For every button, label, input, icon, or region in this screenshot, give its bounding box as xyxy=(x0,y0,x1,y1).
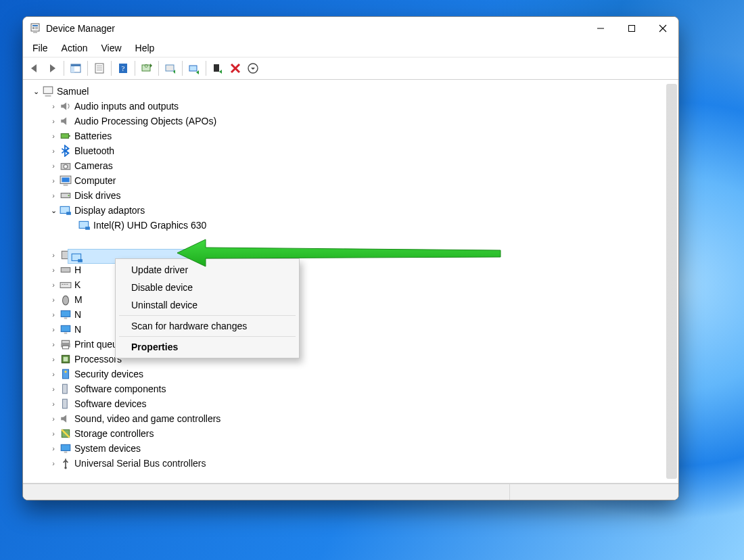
svg-rect-49 xyxy=(66,284,68,285)
close-button[interactable] xyxy=(647,18,678,39)
chevron-right-icon[interactable]: › xyxy=(49,415,58,423)
tree-category-label: M xyxy=(74,294,83,305)
hid-icon xyxy=(60,264,72,275)
tree-category[interactable]: ›Sound, video and game controllers xyxy=(28,411,672,426)
svg-rect-7 xyxy=(629,25,635,31)
tree-category[interactable]: › Computer xyxy=(28,173,672,188)
svg-rect-27 xyxy=(43,87,53,93)
tree-category-label: Bluetooth xyxy=(74,145,114,156)
svg-rect-3 xyxy=(35,27,38,28)
chevron-right-icon[interactable]: › xyxy=(49,251,58,259)
context-menu-update-driver[interactable]: Update driver xyxy=(116,261,298,279)
svg-rect-65 xyxy=(61,444,70,450)
chevron-right-icon[interactable]: › xyxy=(49,370,58,378)
battery-icon xyxy=(60,131,72,141)
tree-category-label: Batteries xyxy=(74,131,112,141)
tree-category[interactable]: ›Universal Serial Bus controllers xyxy=(28,456,672,471)
show-console-tree-button[interactable] xyxy=(67,60,85,77)
minimize-button[interactable] xyxy=(585,18,616,39)
window-controls xyxy=(585,18,678,39)
forward-button[interactable] xyxy=(43,60,61,77)
tree-category[interactable]: › Disk drives xyxy=(28,188,672,203)
tree-device-intel-uhd[interactable]: Intel(R) UHD Graphics 630 xyxy=(28,218,672,233)
chevron-down-icon[interactable]: ⌄ xyxy=(49,206,58,215)
update-driver-button[interactable] xyxy=(162,60,179,77)
context-menu-uninstall-device[interactable]: Uninstall device xyxy=(116,296,298,314)
security-icon xyxy=(60,369,72,379)
svg-rect-1 xyxy=(32,25,38,26)
chevron-right-icon[interactable]: › xyxy=(49,385,58,393)
tree-category-display-adaptors[interactable]: ⌄ Display adaptors xyxy=(28,203,672,218)
tree-category[interactable]: ›Security devices xyxy=(28,367,672,381)
tree-category[interactable]: › Batteries xyxy=(28,129,672,143)
chevron-right-icon[interactable]: › xyxy=(49,281,58,289)
maximize-button[interactable] xyxy=(616,18,647,39)
tree-category[interactable]: › Audio inputs and outputs xyxy=(28,99,672,114)
svg-point-37 xyxy=(68,195,69,196)
toolbar-separator xyxy=(87,61,88,76)
svg-rect-63 xyxy=(63,399,68,409)
svg-text:?: ? xyxy=(122,64,125,72)
scan-hardware-button[interactable] xyxy=(138,60,156,77)
vertical-scrollbar[interactable] xyxy=(666,84,677,479)
svg-rect-62 xyxy=(63,384,68,394)
tree-root[interactable]: ⌄ Samuel xyxy=(28,84,672,99)
tree-category[interactable]: ›Software devices xyxy=(28,396,672,411)
tree-category-label: Cameras xyxy=(74,160,113,171)
toolbar-separator xyxy=(64,61,64,76)
uninstall-device-button[interactable] xyxy=(209,60,227,77)
context-menu-separator xyxy=(119,336,296,337)
action-menu-button[interactable] xyxy=(244,60,262,77)
window-title: Device Manager xyxy=(46,23,115,34)
tree-category[interactable]: › Audio Processing Objects (APOs) xyxy=(28,114,672,129)
svg-rect-54 xyxy=(64,333,68,334)
tree-category-label: N xyxy=(74,324,81,335)
tree-category-label: Disk drives xyxy=(74,190,120,201)
chevron-right-icon[interactable]: › xyxy=(49,177,58,185)
titlebar[interactable]: Device Manager xyxy=(23,17,678,39)
chevron-right-icon[interactable]: › xyxy=(49,355,58,363)
svg-rect-41 xyxy=(85,227,90,230)
tree-category[interactable]: ›Software components xyxy=(28,381,672,396)
menu-file[interactable]: File xyxy=(26,41,55,55)
chevron-right-icon[interactable]: › xyxy=(49,296,58,304)
speaker-icon xyxy=(60,101,72,112)
chevron-right-icon[interactable]: › xyxy=(49,400,58,408)
menu-view[interactable]: View xyxy=(94,41,128,55)
chevron-right-icon[interactable]: › xyxy=(49,266,58,274)
svg-marker-24 xyxy=(219,70,222,74)
context-menu-disable-device[interactable]: Disable device xyxy=(116,279,298,296)
chevron-right-icon[interactable]: › xyxy=(49,459,58,467)
context-menu-properties[interactable]: Properties xyxy=(116,338,298,356)
svg-rect-6 xyxy=(597,28,604,28)
menu-action[interactable]: Action xyxy=(55,41,95,55)
context-menu-scan-hardware[interactable]: Scan for hardware changes xyxy=(116,317,298,335)
chevron-right-icon[interactable]: › xyxy=(49,132,58,140)
chevron-right-icon[interactable]: › xyxy=(49,429,58,438)
help-button[interactable]: ? xyxy=(114,60,132,77)
disable-device-button[interactable] xyxy=(227,60,244,77)
chevron-right-icon[interactable]: › xyxy=(49,102,58,110)
tree-category[interactable]: ›System devices xyxy=(28,441,672,456)
chevron-right-icon[interactable]: › xyxy=(49,310,58,319)
display-adapter-icon xyxy=(71,252,83,262)
menu-help[interactable]: Help xyxy=(129,41,162,55)
svg-rect-51 xyxy=(61,310,70,317)
tree-category-label: Sound, video and game controllers xyxy=(74,413,220,424)
back-button[interactable] xyxy=(26,60,43,77)
chevron-right-icon[interactable]: › xyxy=(49,191,58,200)
enable-device-button[interactable] xyxy=(185,60,203,77)
chevron-right-icon[interactable]: › xyxy=(49,444,58,452)
properties-button[interactable] xyxy=(91,60,108,77)
tree-category[interactable]: ›Storage controllers xyxy=(28,426,672,441)
tree-category[interactable]: › Cameras xyxy=(28,158,672,173)
chevron-down-icon[interactable]: ⌄ xyxy=(31,87,41,96)
chevron-right-icon[interactable]: › xyxy=(49,325,58,333)
tree-category-label: Computer xyxy=(74,175,116,186)
svg-rect-48 xyxy=(64,284,66,285)
chevron-right-icon[interactable]: › xyxy=(49,340,58,348)
tree-category[interactable]: › Bluetooth xyxy=(28,143,672,158)
chevron-right-icon[interactable]: › xyxy=(49,162,58,170)
chevron-right-icon[interactable]: › xyxy=(49,147,58,155)
chevron-right-icon[interactable]: › xyxy=(49,117,58,125)
